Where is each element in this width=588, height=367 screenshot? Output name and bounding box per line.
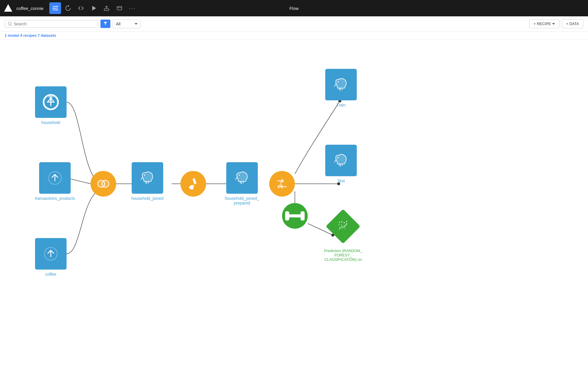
train-icon: [325, 69, 357, 100]
deploy-btn[interactable]: [101, 2, 112, 14]
svg-point-3: [57, 9, 58, 11]
recipe-join[interactable]: [91, 171, 116, 197]
household-joined-icon: [132, 162, 163, 194]
recipe-count: 4: [20, 33, 22, 38]
transactions-label: transactions_products: [35, 196, 75, 201]
filter-select[interactable]: All Datasets Recipes Models: [113, 20, 141, 28]
recipe-prepare[interactable]: [180, 171, 206, 197]
model-icon: [282, 203, 308, 229]
flow-label: Flow: [289, 6, 299, 11]
svg-point-28: [338, 157, 339, 158]
svg-rect-6: [117, 6, 122, 10]
svg-point-38: [344, 225, 345, 226]
embed-btn[interactable]: [114, 2, 125, 14]
svg-marker-4: [92, 6, 96, 11]
dataset-train[interactable]: Train: [325, 69, 357, 107]
recipe-split[interactable]: [269, 171, 295, 197]
dataset-count: 7: [38, 33, 40, 38]
join-icon: [91, 171, 116, 197]
test-icon: [325, 145, 357, 176]
model-label: model: [8, 33, 19, 38]
svg-point-1: [57, 6, 58, 7]
svg-rect-31: [300, 211, 305, 221]
household-joined-label: household_joined: [131, 196, 163, 201]
svg-point-37: [341, 225, 342, 226]
flow-editor-btn[interactable]: [49, 2, 61, 14]
test-label: Test: [337, 179, 345, 183]
model-train[interactable]: [282, 203, 308, 229]
svg-rect-30: [285, 211, 289, 221]
svg-rect-29: [287, 214, 303, 218]
train-label: Train: [336, 103, 345, 107]
svg-rect-5: [104, 9, 109, 11]
flow-canvas: household transactions_products coffee: [0, 40, 588, 366]
coffee-icon: [35, 238, 67, 270]
summary-bar: 1 model 4 recipes 7 datasets: [0, 32, 588, 40]
household-icon: [35, 86, 67, 118]
svg-point-40: [339, 227, 340, 228]
filter-button[interactable]: [100, 20, 110, 28]
more-btn[interactable]: ···: [126, 2, 138, 14]
svg-point-35: [346, 221, 347, 222]
project-name[interactable]: coffee_connie: [16, 6, 44, 11]
search-input[interactable]: [14, 22, 90, 26]
code-btn[interactable]: [75, 2, 87, 14]
add-data-button[interactable]: + DATA: [562, 19, 583, 28]
dataset-label: datasets: [41, 33, 56, 38]
model-count: 1: [5, 33, 7, 38]
svg-point-2: [53, 8, 54, 9]
dataset-coffee[interactable]: coffee: [35, 238, 67, 277]
navbar: coffee_connie: [0, 0, 588, 16]
dataset-household-joined-prepared[interactable]: household_joined_prepared: [225, 162, 259, 205]
refresh-btn[interactable]: [62, 2, 74, 14]
svg-point-33: [341, 221, 342, 222]
svg-point-34: [344, 222, 345, 223]
transactions-icon: [39, 162, 71, 194]
dataset-household-joined[interactable]: household_joined: [131, 162, 163, 201]
dataset-transactions-products[interactable]: transactions_products: [35, 162, 75, 201]
logo-icon: [4, 4, 13, 13]
household-joined-prepared-icon: [226, 162, 258, 194]
connections-svg: [0, 40, 588, 366]
add-recipe-button[interactable]: + RECIPE: [529, 19, 559, 28]
svg-point-26: [239, 174, 240, 176]
split-icon: [269, 171, 295, 197]
recipe-label: recipes: [23, 33, 37, 38]
prepare-icon: [180, 171, 206, 197]
household-label: household: [41, 120, 60, 125]
prediction-node[interactable]: Prediction (RANDOM_FOREST_CLASSIFICATION…: [324, 209, 362, 262]
dataset-test[interactable]: Test: [325, 145, 357, 183]
svg-point-23: [102, 180, 109, 187]
svg-point-41: [342, 228, 343, 229]
svg-point-42: [345, 228, 346, 229]
dataset-household[interactable]: household: [35, 86, 67, 125]
play-btn[interactable]: [88, 2, 100, 14]
svg-point-27: [338, 81, 339, 82]
svg-point-36: [339, 224, 340, 225]
svg-marker-0: [4, 4, 12, 12]
prediction-label: Prediction (RANDOM_FOREST_CLASSIFICATION…: [324, 249, 362, 262]
svg-rect-25: [192, 178, 196, 184]
household-joined-prepared-label: household_joined_prepared: [225, 196, 259, 205]
svg-point-32: [339, 222, 340, 223]
coffee-label: coffee: [45, 272, 56, 277]
search-wrap: [5, 20, 98, 28]
searchbar: All Datasets Recipes Models + RECIPE + D…: [0, 16, 588, 32]
search-icon: [8, 22, 12, 26]
svg-point-24: [144, 174, 145, 176]
